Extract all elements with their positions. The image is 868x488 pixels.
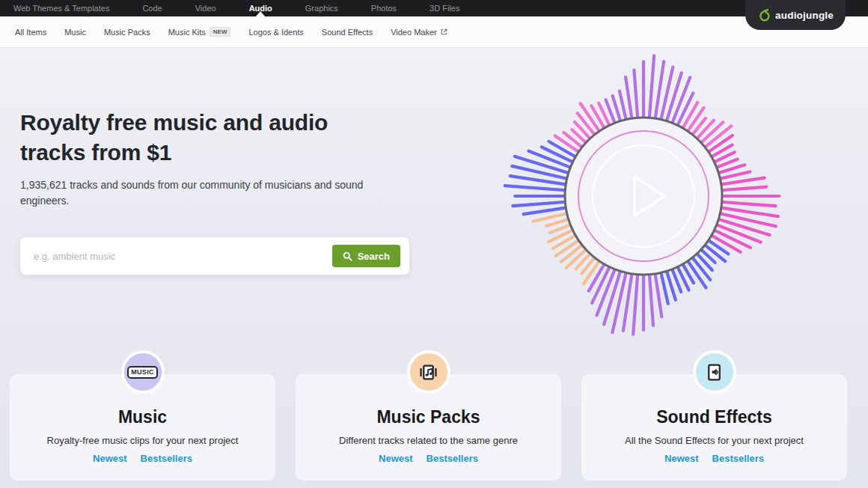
category-navbar: All ItemsMusicMusic PacksMusic KitsNEWLo… — [0, 16, 868, 48]
logo-text: audiojungle — [775, 10, 834, 21]
card-title: Sound Effects — [581, 407, 847, 427]
subnav-item-label: Music Packs — [104, 28, 150, 37]
card-music-packs[interactable]: Music Packs Different tracks related to … — [296, 374, 561, 481]
marketplace-nav: Web Themes & TemplatesCodeVideoAudioGrap… — [13, 4, 459, 13]
packs-newest-link[interactable]: Newest — [379, 453, 413, 464]
subnav-item-label: Music Kits — [168, 28, 206, 37]
music-label-icon: MUSIC — [127, 366, 158, 379]
page-title: Royalty free music and audio tracks from… — [20, 108, 387, 168]
player-disc — [565, 118, 722, 275]
music-bestsellers-link[interactable]: Bestsellers — [141, 453, 192, 464]
subnav-item-music[interactable]: Music — [64, 28, 86, 37]
sfx-bestsellers-link[interactable]: Bestsellers — [712, 453, 764, 464]
top-navbar: Web Themes & TemplatesCodeVideoAudioGrap… — [0, 0, 868, 16]
subnav-item-label: Logos & Idents — [248, 28, 303, 37]
topnav-item-3d-files[interactable]: 3D Files — [430, 4, 459, 13]
sound-file-icon — [704, 362, 724, 382]
topnav-item-video[interactable]: Video — [195, 4, 216, 13]
music-packs-badge — [407, 350, 450, 394]
subnav-item-label: All Items — [15, 28, 46, 37]
topnav-item-graphics[interactable]: Graphics — [305, 4, 338, 13]
music-badge: MUSIC — [121, 350, 165, 394]
sfx-newest-link[interactable]: Newest — [664, 453, 699, 464]
music-newest-link[interactable]: Newest — [93, 453, 127, 464]
card-title: Music — [10, 407, 275, 427]
card-title: Music Packs — [296, 407, 561, 427]
search-icon — [343, 251, 352, 261]
subnav-item-logos-idents[interactable]: Logos & Idents — [248, 28, 303, 37]
external-link-icon — [441, 28, 447, 35]
subnav-item-all-items[interactable]: All Items — [15, 28, 46, 37]
subnav-item-sound-effects[interactable]: Sound Effects — [322, 28, 373, 37]
audio-visualization — [494, 46, 793, 346]
subnav-item-label: Music — [64, 28, 86, 37]
envato-leaf-icon — [757, 7, 771, 22]
card-sound-effects[interactable]: Sound Effects All the Sound Effects for … — [581, 374, 847, 481]
search-bar: Search — [20, 237, 409, 275]
music-pack-icon — [418, 362, 438, 382]
topnav-item-audio[interactable]: Audio — [249, 4, 272, 13]
subnav-item-music-packs[interactable]: Music Packs — [104, 28, 150, 37]
search-button-label: Search — [358, 251, 390, 262]
search-button[interactable]: Search — [332, 245, 400, 267]
audiojungle-logo[interactable]: audiojungle — [745, 0, 846, 30]
subnav-item-label: Video Maker — [391, 28, 437, 37]
card-description: Royalty-free music clips for your next p… — [10, 435, 275, 446]
sound-effects-badge — [693, 350, 736, 394]
subnav-item-video-maker[interactable]: Video Maker — [391, 28, 447, 37]
topnav-item-code[interactable]: Code — [142, 4, 162, 13]
card-description: Different tracks related to the same gen… — [296, 435, 561, 446]
hero-subtitle: 1,935,621 tracks and sounds from our com… — [20, 177, 398, 210]
category-cards: MUSIC Music Royalty-free music clips for… — [10, 374, 847, 481]
card-description: All the Sound Effects for your next proj… — [581, 435, 847, 446]
card-music[interactable]: MUSIC Music Royalty-free music clips for… — [10, 374, 275, 481]
new-badge: NEW — [210, 27, 231, 37]
topnav-item-photos[interactable]: Photos — [371, 4, 397, 13]
packs-bestsellers-link[interactable]: Bestsellers — [427, 453, 478, 464]
subnav-item-label: Sound Effects — [322, 28, 373, 37]
topnav-item-web-themes-templates[interactable]: Web Themes & Templates — [13, 4, 109, 13]
subnav-item-music-kits[interactable]: Music KitsNEW — [168, 27, 231, 37]
